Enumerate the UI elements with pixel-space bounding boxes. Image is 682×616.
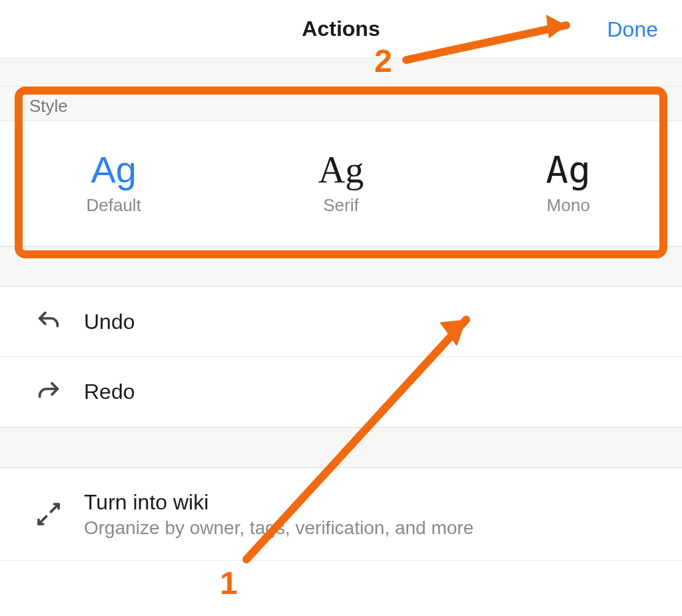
style-section: Style Ag Default Ag Serif Ag Mono [0, 87, 682, 246]
style-sample-mono: Ag [546, 151, 591, 188]
style-option-serif[interactable]: Ag Serif [227, 121, 454, 246]
redo-icon [33, 377, 64, 408]
section-gap [0, 428, 682, 467]
redo-label: Redo [84, 380, 135, 404]
section-gap [0, 59, 682, 87]
section-gap [0, 246, 682, 286]
style-label-mono: Mono [547, 195, 590, 216]
wiki-subtitle: Organize by owner, tags, verification, a… [84, 517, 474, 539]
undo-label: Undo [84, 310, 135, 334]
style-label-default: Default [86, 195, 141, 216]
style-option-mono[interactable]: Ag Mono [455, 121, 682, 246]
wiki-title: Turn into wiki [84, 490, 474, 515]
undo-row[interactable]: Undo [0, 286, 682, 357]
undo-icon [33, 306, 64, 337]
turn-into-wiki-row[interactable]: Turn into wiki Organize by owner, tags, … [0, 467, 682, 561]
done-button[interactable]: Done [607, 17, 659, 41]
style-label-serif: Serif [323, 195, 358, 216]
style-section-header: Style [0, 87, 682, 121]
annotation-number-1: 1 [220, 565, 238, 601]
style-options-row: Ag Default Ag Serif Ag Mono [0, 121, 682, 246]
page-title: Actions [302, 17, 380, 41]
header-bar: Actions Done [0, 0, 682, 59]
action-list-wiki: Turn into wiki Organize by owner, tags, … [0, 467, 682, 561]
redo-row[interactable]: Redo [0, 357, 682, 428]
style-option-default[interactable]: Ag Default [0, 121, 227, 246]
style-sample-default: Ag [91, 151, 137, 188]
wiki-icon [33, 499, 64, 529]
style-sample-serif: Ag [318, 151, 364, 188]
action-list-history: Undo Redo [0, 286, 682, 428]
